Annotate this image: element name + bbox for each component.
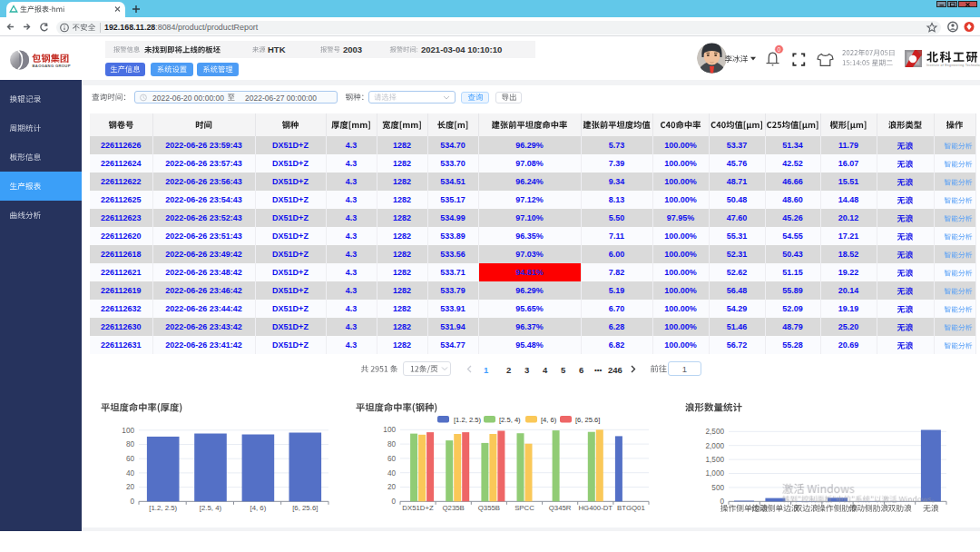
svg-text:2,000: 2,000 xyxy=(706,442,725,450)
svg-text:[2.5, 4): [2.5, 4) xyxy=(499,416,521,424)
svg-text:Q355B: Q355B xyxy=(478,504,500,512)
svg-text:HG400-DT: HG400-DT xyxy=(578,504,612,512)
svg-text:[6, 25.6]: [6, 25.6] xyxy=(575,416,600,424)
svg-text:1,000: 1,000 xyxy=(706,469,725,478)
svg-text:[2.5, 4): [2.5, 4) xyxy=(200,504,222,512)
svg-text:1,500: 1,500 xyxy=(706,456,725,464)
svg-text:80: 80 xyxy=(387,440,397,448)
svg-text:500: 500 xyxy=(711,484,724,492)
svg-text:Q235B: Q235B xyxy=(443,504,465,512)
svg-text:40: 40 xyxy=(126,469,135,478)
svg-text:[6, 25.6]: [6, 25.6] xyxy=(292,504,318,512)
svg-text:20: 20 xyxy=(387,483,397,491)
svg-text:60: 60 xyxy=(126,455,135,463)
svg-text:DX51D+Z: DX51D+Z xyxy=(402,504,434,512)
svg-text:Q345R: Q345R xyxy=(549,504,572,512)
svg-text:100: 100 xyxy=(383,426,396,434)
svg-text:BTGQ01: BTGQ01 xyxy=(617,504,645,512)
svg-text:0: 0 xyxy=(391,498,396,506)
svg-text:[1.2, 2.5): [1.2, 2.5) xyxy=(149,504,177,512)
svg-text:0: 0 xyxy=(130,498,134,506)
svg-text:[4, 6): [4, 6) xyxy=(250,504,267,512)
svg-text:[4, 6): [4, 6) xyxy=(541,416,557,424)
svg-text:[1.2, 2.5): [1.2, 2.5) xyxy=(454,416,481,424)
svg-text:SPCC: SPCC xyxy=(514,504,534,512)
svg-text:40: 40 xyxy=(387,469,397,478)
svg-text:20: 20 xyxy=(126,483,135,491)
svg-text:60: 60 xyxy=(387,455,397,463)
svg-text:0: 0 xyxy=(720,498,724,506)
svg-text:2,500: 2,500 xyxy=(706,428,725,436)
svg-text:80: 80 xyxy=(126,440,135,448)
svg-text:100: 100 xyxy=(122,427,134,435)
svg-text:0: 0 xyxy=(778,46,781,53)
